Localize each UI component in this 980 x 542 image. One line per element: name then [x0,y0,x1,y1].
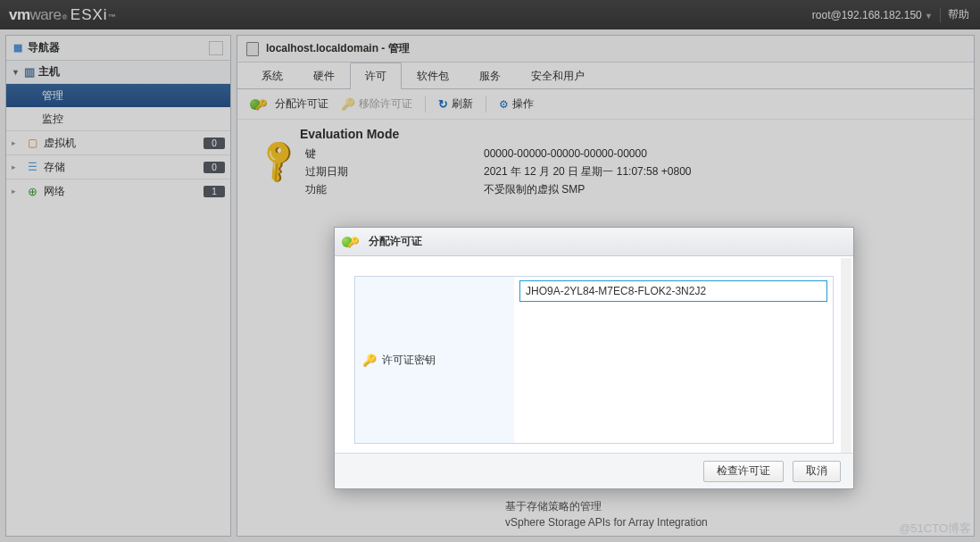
scrollbar[interactable] [841,258,851,453]
cancel-button[interactable]: 取消 [793,461,841,482]
license-key-input-cell [514,277,833,443]
license-key-input[interactable] [519,280,827,302]
modal-footer: 检查许可证 取消 [335,453,853,488]
modal-title: 分配许可证 [369,234,422,249]
watermark: @51CTO博客 [899,521,971,537]
license-key-field-label: 许可证密钥 [382,353,436,368]
license-key-label-cell: 🔑 许可证密钥 [355,277,514,443]
modal-title-bar: 分配许可证 [335,228,853,256]
form-row: 🔑 许可证密钥 [354,276,834,444]
check-license-button[interactable]: 检查许可证 [703,461,784,482]
assign-license-modal: 分配许可证 🔑 许可证密钥 检查许可证 取消 [334,227,854,489]
key-plus-icon [344,235,363,248]
modal-body: 🔑 许可证密钥 [335,256,853,453]
key-icon: 🔑 [362,354,377,367]
